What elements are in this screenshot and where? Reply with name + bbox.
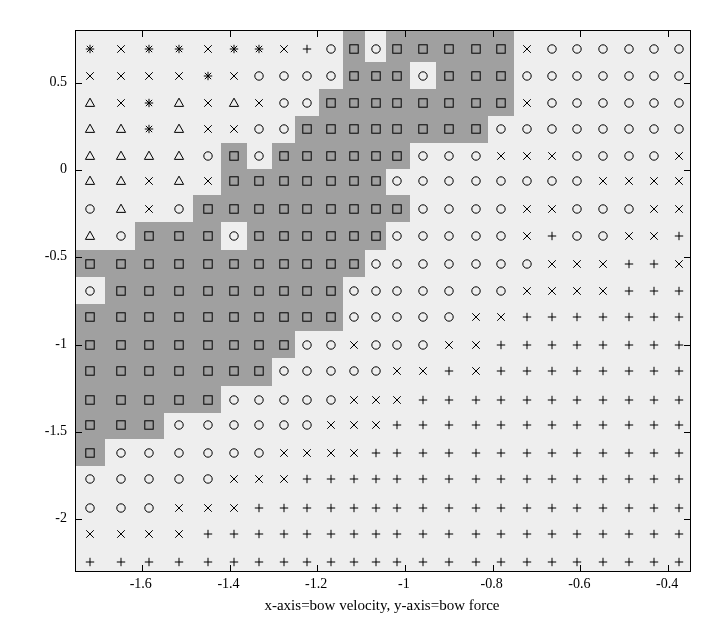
xtick-label: -1.6 — [130, 576, 152, 592]
ytick-label: 0 — [0, 161, 67, 177]
xtick-label: -1.4 — [217, 576, 239, 592]
ytick-label: -2 — [0, 510, 67, 526]
xtick-label: -1.2 — [305, 576, 327, 592]
xtick-label: -0.8 — [481, 576, 503, 592]
xtick-label: -0.4 — [656, 576, 678, 592]
chart-container: -1.6-1.4-1.2-1-0.8-0.6-0.4 -2-1.5-1-0.50… — [0, 0, 719, 632]
ytick-label: 0.5 — [0, 74, 67, 90]
plot-content — [76, 31, 690, 571]
plot-area — [75, 30, 691, 572]
ytick-label: -1.5 — [0, 423, 67, 439]
x-axis-label: x-axis=bow velocity, y-axis=bow force — [75, 597, 689, 614]
ytick-label: -0.5 — [0, 248, 67, 264]
ytick-label: -1 — [0, 336, 67, 352]
xtick-label: -0.6 — [568, 576, 590, 592]
xtick-label: -1 — [398, 576, 410, 592]
